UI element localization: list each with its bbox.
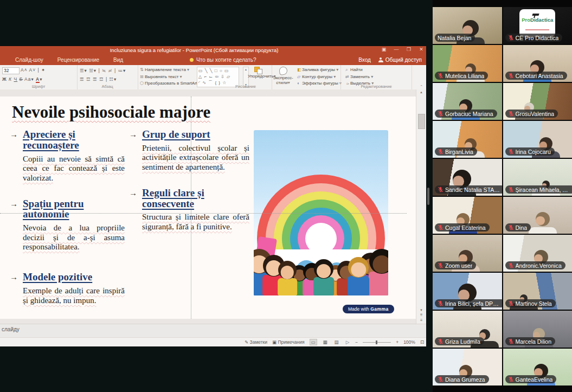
participant-name: Cebotari Anastasia bbox=[516, 73, 563, 79]
slide-sorter-view-button[interactable]: ▦ bbox=[322, 339, 329, 345]
fit-to-window-button[interactable]: ⊡ bbox=[420, 339, 424, 345]
minimize-button[interactable]: — bbox=[393, 47, 400, 52]
participant-tile[interactable]: Cugal Ecaterina bbox=[433, 197, 502, 234]
participant-tile[interactable]: Andronic.Veronica bbox=[503, 235, 572, 272]
participant-tile[interactable]: BirganLivia bbox=[433, 121, 502, 158]
participant-tile[interactable]: Griza Ludmila bbox=[433, 311, 502, 348]
close-button[interactable]: ✕ bbox=[417, 47, 425, 52]
vertical-guide bbox=[191, 97, 191, 319]
participants-panel: Natalia Bejan ProDidactica CE Pro Didact… bbox=[433, 0, 572, 392]
zoom-in-button[interactable]: + bbox=[396, 339, 399, 345]
muted-mic-icon bbox=[438, 224, 444, 230]
participant-tile[interactable]: Dina bbox=[503, 197, 572, 234]
alignment-icons[interactable]: ☰ ☲ ☰ ☲ | ☷▾ bbox=[80, 76, 117, 82]
muted-mic-icon bbox=[508, 149, 514, 155]
participant-tile[interactable]: Gorbaciuc Mariana bbox=[433, 83, 502, 120]
participant-name: Zoom user bbox=[445, 262, 472, 269]
grow-shrink-font-icons[interactable]: A˄ A˅ | ✦ bbox=[21, 67, 46, 73]
slide-section: → Apreciere și recunoaștere Copiii au ne… bbox=[9, 129, 125, 183]
participant-name: GanteaEvelina bbox=[516, 376, 553, 383]
zoom-slider-thumb[interactable] bbox=[376, 340, 377, 344]
participant-name-tag: Șiracean Mihaela, ASC,... bbox=[505, 185, 572, 194]
muted-mic-icon bbox=[508, 338, 514, 344]
participant-tile[interactable]: GanteaEvelina bbox=[503, 349, 572, 385]
participant-tile[interactable]: Irina Cojocaru bbox=[503, 121, 572, 158]
list-indent-icons[interactable]: ☰▾ ☱▾ | ≒ ≓ | ≔▾ bbox=[80, 68, 126, 73]
section-heading: Grup de suport bbox=[142, 129, 249, 140]
notes-toggle[interactable]: ✎ Заметки bbox=[245, 339, 267, 345]
section-heading: Spațiu pentru autonomie bbox=[23, 198, 125, 220]
participant-tile[interactable]: Cebotari Anastasia bbox=[503, 45, 572, 82]
comments-toggle[interactable]: ▣ Примечания bbox=[272, 339, 304, 345]
participant-name-tag: GrosuValentina bbox=[505, 110, 558, 118]
slide-canvas[interactable]: Nevoile psihosociale majore → Apreciere … bbox=[0, 97, 416, 319]
slide-title: Nevoile psihosociale majore bbox=[12, 102, 210, 122]
vertical-scrollbar[interactable]: ▲ ▼ ⇈ ⇊ bbox=[416, 89, 426, 324]
next-slide-button[interactable]: ⇊ bbox=[416, 318, 426, 323]
participant-name: Natalia Bejan bbox=[438, 35, 471, 41]
tab-review[interactable]: Рецензирование bbox=[57, 57, 99, 63]
participant-tile[interactable]: Mutelica Liliana bbox=[433, 45, 502, 82]
participant-name-tag: Cebotari Anastasia bbox=[505, 72, 567, 80]
muted-mic-icon bbox=[508, 224, 514, 230]
participant-name: BirganLivia bbox=[445, 149, 473, 155]
participant-name: Gorbaciuc Mariana bbox=[445, 111, 493, 117]
shape-outline-button[interactable]: ▱Контур фигуры ▾ bbox=[297, 74, 342, 81]
participant-tile[interactable]: Natalia Bejan bbox=[433, 7, 502, 44]
participant-tile[interactable]: Martinov Stela bbox=[503, 273, 572, 310]
ribbon-options-icon[interactable]: ▣ bbox=[380, 47, 388, 52]
muted-mic-icon bbox=[508, 376, 514, 382]
participant-name-tag: Gorbaciuc Mariana bbox=[435, 110, 497, 118]
previous-slide-button[interactable]: ⇈ bbox=[416, 313, 426, 318]
scroll-up-icon[interactable]: ▲ bbox=[416, 91, 426, 94]
participant-tile[interactable]: Marcela Dilion bbox=[503, 311, 572, 348]
participant-tile[interactable]: Zoom user bbox=[433, 235, 502, 272]
paragraph-group-label: Абзац bbox=[77, 84, 138, 89]
graduation-cap-icon bbox=[532, 14, 539, 16]
font-size-input[interactable] bbox=[2, 67, 20, 74]
participant-name-tag: Martinov Stela bbox=[505, 299, 556, 307]
participant-tile[interactable]: Diana Grumeza bbox=[433, 349, 502, 385]
child-figure bbox=[278, 261, 297, 296]
zoom-level[interactable]: 100% bbox=[403, 339, 415, 345]
scroll-down-icon[interactable]: ▼ bbox=[416, 308, 426, 313]
sign-in-button[interactable]: Вход bbox=[358, 57, 371, 63]
quick-styles-button[interactable]: Экспресс-стили▾ bbox=[271, 67, 295, 85]
participant-tile[interactable]: Șiracean Mihaela, ASC,... bbox=[503, 159, 572, 196]
font-style-icons[interactable]: Ж К Ч S Aa▾ А▾ bbox=[2, 76, 43, 82]
muted-mic-icon bbox=[438, 187, 444, 192]
zoom-out-button[interactable]: − bbox=[355, 339, 358, 345]
participant-name-tag: GanteaEvelina bbox=[505, 375, 557, 383]
slide-section: → Modele pozitive Exemple de adulți care… bbox=[9, 272, 125, 305]
collapse-ribbon-icon[interactable]: ⌃ bbox=[420, 85, 423, 89]
scroll-thumb[interactable] bbox=[418, 114, 425, 129]
normal-view-button[interactable]: ▭ bbox=[310, 339, 317, 345]
arrow-bullet: → bbox=[10, 199, 18, 208]
restore-button[interactable]: ❐ bbox=[405, 47, 413, 52]
notes-placeholder: слайду bbox=[2, 326, 20, 332]
replace-button[interactable]: ⇄Заменить ▾ bbox=[345, 74, 374, 81]
shape-effects-button[interactable]: ◐Эффекты фигуры ▾ bbox=[297, 80, 342, 87]
tell-me-box[interactable]: Что вы хотите сделать? bbox=[190, 57, 256, 63]
slideshow-view-button[interactable]: ▷ bbox=[345, 339, 351, 345]
notes-pane[interactable]: слайду bbox=[0, 324, 426, 338]
tab-slideshow[interactable]: Слайд-шоу bbox=[15, 57, 43, 63]
find-button[interactable]: ⌕Найти bbox=[345, 67, 374, 74]
participant-tile[interactable]: Sandic Natalia STAS Ș... bbox=[433, 159, 502, 196]
section-heading: Modele pozitive bbox=[23, 272, 125, 282]
person-icon bbox=[378, 57, 383, 62]
reading-view-button[interactable]: ▤ bbox=[333, 339, 340, 345]
arrange-button[interactable]: Упорядочить▾ bbox=[248, 67, 268, 79]
shape-fill-button[interactable]: ◧Заливка фигуры ▾ bbox=[297, 67, 342, 74]
share-button[interactable]: Общий доступ bbox=[378, 57, 422, 63]
zoom-slider[interactable] bbox=[363, 342, 391, 343]
participant-tile[interactable]: GrosuValentina bbox=[503, 83, 572, 120]
arrow-bullet: → bbox=[129, 188, 137, 197]
section-body: Prietenii, colectivul școlar și activită… bbox=[142, 144, 249, 172]
quick-styles-icon bbox=[279, 66, 288, 75]
panel-scrollbar-thumb[interactable] bbox=[427, 188, 429, 205]
participant-name: Șiracean Mihaela, ASC,... bbox=[516, 187, 572, 193]
tab-view[interactable]: Вид bbox=[113, 57, 123, 63]
participant-tile[interactable]: Irina Bilici, șefa DPCF, ... bbox=[433, 273, 502, 310]
participant-tile[interactable]: ProDidactica CE Pro Didactica bbox=[503, 7, 572, 44]
